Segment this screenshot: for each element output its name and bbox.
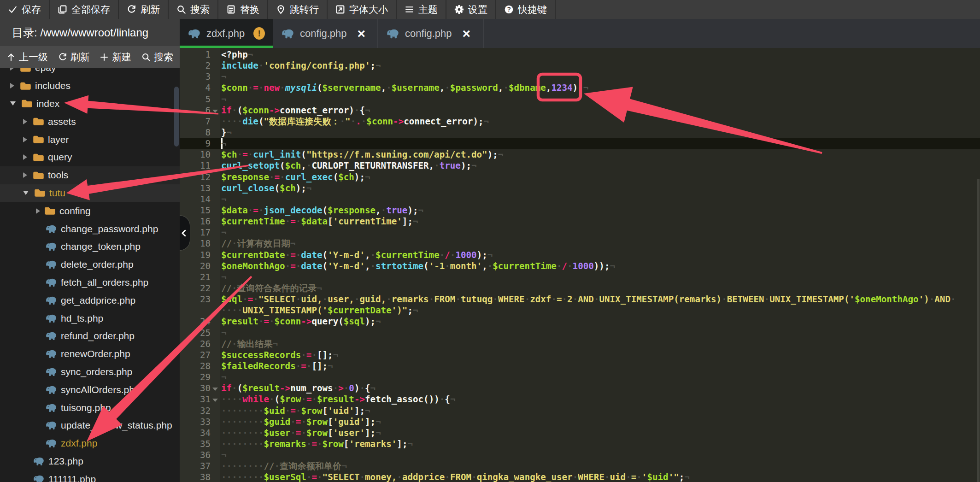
tree-item-change_password-php[interactable]: change_password.php bbox=[0, 220, 180, 238]
code-line-27[interactable]: 27$successRecords·=·[];¬ bbox=[180, 350, 980, 361]
fold-caret-icon[interactable] bbox=[212, 399, 218, 402]
code-line-11[interactable]: 11curl_setopt($ch,·CURLOPT_RETURNTRANSFE… bbox=[180, 160, 980, 171]
toolbar-button-replace[interactable]: 替换 bbox=[218, 0, 268, 19]
tree-item-change_token-php[interactable]: change_token.php bbox=[0, 238, 180, 256]
code-line-25[interactable]: 25¬ bbox=[180, 328, 980, 339]
code-line-18[interactable]: 18//·计算有效日期¬ bbox=[180, 238, 980, 249]
gutter-line-number[interactable]: 4 bbox=[180, 82, 220, 94]
code-line-14[interactable]: 14¬ bbox=[180, 194, 980, 205]
gutter-line-number[interactable]: 10 bbox=[180, 149, 220, 160]
code-line-19[interactable]: 19$currentDate·=·date('Y-m-d',·$currentT… bbox=[180, 250, 980, 261]
toolbar-button-search[interactable]: 搜索 bbox=[169, 0, 218, 19]
tree-item-tuisong-php[interactable]: tuisong.php bbox=[0, 399, 180, 417]
caret-collapsed-icon[interactable] bbox=[10, 83, 14, 88]
fold-caret-icon[interactable] bbox=[212, 388, 218, 391]
tree-item-delete_order-php[interactable]: delete_order.php bbox=[0, 256, 180, 274]
tree-item-123-php[interactable]: 123.php bbox=[0, 453, 180, 470]
gutter-line-number[interactable]: 21 bbox=[180, 272, 220, 283]
code-line-10[interactable]: 10$ch·=·curl_init("https://f.m.suning.co… bbox=[180, 149, 980, 160]
toolbar-button-menu[interactable]: 主题 bbox=[397, 0, 446, 19]
code-line-6[interactable]: 6if·($conn->connect_error)·{¬ bbox=[180, 105, 980, 116]
code-line-20[interactable]: 20$oneMonthAgo·=·date('Y-m-d',·strtotime… bbox=[180, 261, 980, 272]
tree-item-confing[interactable]: confing bbox=[0, 202, 180, 220]
code-area[interactable]: 1<?php¬2include·'confing/config.php';¬3¬… bbox=[180, 49, 980, 482]
gutter-line-number[interactable]: 1 bbox=[180, 49, 220, 60]
caret-collapsed-icon[interactable] bbox=[23, 119, 27, 124]
code-line-34[interactable]: 34········$user·=·$row['user'];¬ bbox=[180, 428, 980, 439]
code-line-15[interactable]: 15$data·=·json_decode($response,·true);¬ bbox=[180, 205, 980, 216]
gutter-line-number[interactable] bbox=[180, 305, 220, 316]
sidebar-collapse-handle[interactable] bbox=[180, 215, 190, 251]
code-line-17[interactable]: 17¬ bbox=[180, 227, 980, 238]
caret-expanded-icon[interactable] bbox=[10, 101, 16, 106]
gutter-line-number[interactable]: 11 bbox=[180, 160, 220, 171]
tab-config-php[interactable]: config.php× bbox=[273, 19, 378, 48]
gutter-line-number[interactable]: 7 bbox=[180, 116, 220, 127]
code-line-1[interactable]: 1<?php¬ bbox=[180, 49, 980, 60]
code-line-35[interactable]: 35········$remarks·=·$row['remarks'];¬ bbox=[180, 439, 980, 450]
gutter-line-number[interactable]: 8 bbox=[180, 127, 220, 138]
caret-collapsed-icon[interactable] bbox=[10, 68, 14, 71]
tree-item-111111-php[interactable]: 111111.php bbox=[0, 470, 180, 482]
gutter-line-number[interactable]: 31 bbox=[180, 394, 220, 405]
code-line-38[interactable]: 38········$userSql·=·"SELECT·money,·addp… bbox=[180, 472, 980, 482]
gutter-line-number[interactable]: 3 bbox=[180, 71, 220, 82]
gutter-line-number[interactable]: 34 bbox=[180, 428, 220, 439]
code-line-16[interactable]: 16$currentTime·=·$data['currentTime'];¬ bbox=[180, 216, 980, 227]
caret-collapsed-icon[interactable] bbox=[36, 208, 40, 214]
editor-scrollbar-track[interactable] bbox=[977, 179, 980, 482]
code-line-4[interactable]: 4$conn·=·new·mysqli($servername,·$userna… bbox=[180, 82, 980, 94]
gutter-line-number[interactable]: 27 bbox=[180, 350, 220, 361]
caret-collapsed-icon[interactable] bbox=[23, 172, 27, 178]
sidebar-tool-refresh[interactable]: 刷新 bbox=[58, 51, 90, 64]
toolbar-button-check[interactable]: 保存 bbox=[0, 0, 50, 19]
gutter-line-number[interactable]: 22 bbox=[180, 283, 220, 294]
tree-item-sync_orders-php[interactable]: sync_orders.php bbox=[0, 363, 180, 381]
code-line-12[interactable]: 12$response·=·curl_exec($ch);¬ bbox=[180, 172, 980, 183]
code-line-28[interactable]: 28$failedRecords·=·[];¬ bbox=[180, 361, 980, 372]
code-line-7[interactable]: 7····die("数据库连接失败：·"·.·$conn->connect_er… bbox=[180, 116, 980, 127]
tree-item-refund_order-php[interactable]: refund_order.php bbox=[0, 327, 180, 345]
tree-item-layer[interactable]: layer bbox=[0, 130, 180, 148]
tree-item-renewOrder-php[interactable]: renewOrder.php bbox=[0, 345, 180, 363]
toolbar-button-pin[interactable]: 跳转行 bbox=[268, 0, 328, 19]
tree-item-fetch_all_orders-php[interactable]: fetch_all_orders.php bbox=[0, 274, 180, 292]
gutter-line-number[interactable]: 32 bbox=[180, 406, 220, 417]
tree-item-zdxf-php[interactable]: zdxf.php bbox=[0, 435, 180, 453]
code-line-32[interactable]: 32········$uid·=·$row['uid'];¬ bbox=[180, 406, 980, 417]
tab-close-icon[interactable]: × bbox=[463, 27, 471, 41]
toolbar-button-fontsize[interactable]: 字体大小 bbox=[328, 0, 397, 19]
gutter-line-number[interactable]: 15 bbox=[180, 205, 220, 216]
code-line-36[interactable]: 36¬ bbox=[180, 450, 980, 461]
tree-item-assets[interactable]: assets bbox=[0, 112, 180, 130]
tree-item-get_addprice-php[interactable]: get_addprice.php bbox=[0, 291, 180, 309]
tree-item-query[interactable]: query bbox=[0, 148, 180, 166]
caret-collapsed-icon[interactable] bbox=[23, 137, 27, 142]
gutter-line-number[interactable]: 14 bbox=[180, 194, 220, 205]
gutter-line-number[interactable]: 33 bbox=[180, 417, 220, 428]
code-line-23[interactable]: 23$sql·=·"SELECT·uid,·user,·guid,·remark… bbox=[180, 294, 980, 305]
sidebar-tool-plus[interactable]: 新建 bbox=[100, 51, 131, 64]
gutter-line-number[interactable]: 9 bbox=[180, 138, 220, 149]
gutter-line-number[interactable]: 37 bbox=[180, 461, 220, 472]
code-line-8[interactable]: 8}¬ bbox=[180, 127, 980, 138]
gutter-line-number[interactable]: 29 bbox=[180, 372, 220, 383]
toolbar-button-refresh[interactable]: 刷新 bbox=[119, 0, 169, 19]
gutter-line-number[interactable]: 35 bbox=[180, 439, 220, 450]
tree-item-update_renew_status-php[interactable]: update_renew_status.php bbox=[0, 417, 180, 435]
gutter-line-number[interactable]: 38 bbox=[180, 472, 220, 482]
code-line-21[interactable]: 21¬ bbox=[180, 272, 980, 283]
tree-item-index[interactable]: index bbox=[0, 95, 180, 113]
code-line-29[interactable]: 29¬ bbox=[180, 372, 980, 383]
tree-item-syncAllOrders-php[interactable]: syncAllOrders.php bbox=[0, 381, 180, 399]
code-line-26[interactable]: 26//·输出结果¬ bbox=[180, 339, 980, 350]
gutter-line-number[interactable]: 28 bbox=[180, 361, 220, 372]
gutter-line-number[interactable]: 2 bbox=[180, 60, 220, 71]
gutter-line-number[interactable]: 5 bbox=[180, 94, 220, 105]
gutter-line-number[interactable]: 36 bbox=[180, 450, 220, 461]
code-line-30[interactable]: 30if·($result->num_rows·>·0)·{¬ bbox=[180, 383, 980, 394]
code-line-5[interactable]: 5¬ bbox=[180, 94, 980, 105]
toolbar-button-copy[interactable]: 全部保存 bbox=[50, 0, 119, 19]
code-line-22[interactable]: 22//·查询符合条件的记录¬ bbox=[180, 283, 980, 294]
sidebar-tool-search[interactable]: 搜索 bbox=[141, 51, 173, 64]
